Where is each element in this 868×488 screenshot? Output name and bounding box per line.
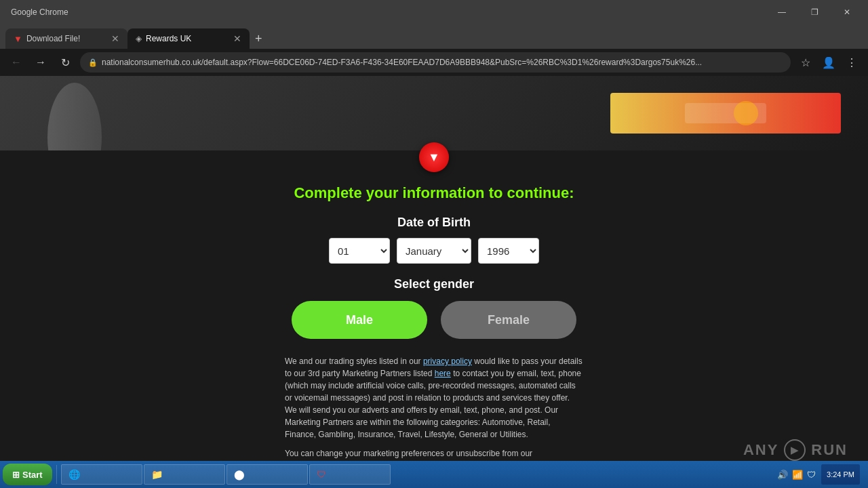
tab-close-2[interactable]: ✕ — [233, 33, 241, 44]
taskbar-right: 🔊 📶 🛡 3:24 PM — [777, 464, 865, 485]
start-icon: ⊞ — [12, 470, 20, 480]
window-controls: — ❐ ✕ — [766, 0, 863, 24]
consent-paragraph-1: We and our trading styles listed in our … — [285, 355, 583, 441]
dob-label: Date of Birth — [329, 216, 539, 230]
tabs-bar: ▼ Download File! ✕ ◈ Rewards UK ✕ + — [0, 24, 868, 49]
back-icon: ← — [11, 56, 22, 68]
explorer-icon: 📁 — [151, 469, 163, 480]
taskbar-item-explorer[interactable]: 📁 — [144, 464, 225, 485]
scroll-arrow[interactable]: ▼ — [419, 142, 449, 172]
ie-icon: 🌐 — [68, 469, 80, 480]
hero-banner — [610, 93, 841, 134]
dob-day-select[interactable]: 01 02 03 04 05 06 07 08 09 10 11 12 13 1… — [329, 238, 390, 264]
taskbar-system-icons: 🔊 📶 🛡 — [777, 470, 816, 480]
hero-background — [0, 76, 868, 150]
menu-button[interactable]: ⋮ — [842, 53, 861, 72]
form-section: Complete your information to continue: D… — [0, 150, 868, 488]
refresh-button[interactable]: ↻ — [56, 53, 75, 72]
security-icon[interactable]: 🛡 — [807, 470, 816, 480]
taskbar-item-ie[interactable]: 🌐 — [61, 464, 142, 485]
tab-label-1: Download File! — [26, 34, 80, 43]
tab-rewards-uk[interactable]: ◈ Rewards UK ✕ — [127, 28, 250, 49]
volume-icon[interactable]: 🔊 — [777, 470, 788, 480]
privacy-policy-link[interactable]: privacy policy — [423, 357, 472, 366]
profile-icon: 👤 — [822, 56, 835, 69]
tab-close-1[interactable]: ✕ — [111, 33, 119, 44]
chevron-down-icon: ▼ — [428, 151, 440, 163]
tab-download-file[interactable]: ▼ Download File! ✕ — [5, 28, 127, 49]
banner-svg — [685, 100, 766, 127]
network-icon[interactable]: 📶 — [792, 470, 803, 480]
nav-right-icons: ☆ 👤 ⋮ — [796, 53, 861, 72]
address-bar[interactable]: 🔒 nationalconsumerhub.co.uk/default.aspx… — [80, 52, 791, 73]
minimize-button[interactable]: — — [766, 0, 797, 24]
taskbar-item-chrome[interactable]: ⬤ — [226, 464, 308, 485]
taskbar-item-shield[interactable]: 🛡 — [309, 464, 391, 485]
taskbar: ⊞ Start 🌐 📁 ⬤ 🛡 🔊 📶 🛡 3:24 PM — [0, 461, 868, 488]
new-tab-button[interactable]: + — [250, 28, 268, 49]
lock-icon: 🔒 — [88, 58, 98, 67]
title-bar: Google Chrome — ❐ ✕ — [0, 0, 868, 24]
nav-bar: ← → ↻ 🔒 nationalconsumerhub.co.uk/defaul… — [0, 49, 868, 76]
back-button[interactable]: ← — [7, 53, 26, 72]
shield-icon: 🛡 — [317, 469, 326, 480]
system-tray-clock[interactable]: 3:24 PM — [821, 464, 860, 485]
start-label: Start — [22, 470, 43, 480]
anyrun-text-1: ANY — [743, 441, 778, 459]
menu-icon: ⋮ — [846, 56, 857, 69]
svg-point-1 — [734, 101, 758, 125]
forward-icon: → — [35, 56, 46, 68]
hero-image-area — [0, 76, 868, 150]
close-button[interactable]: ✕ — [831, 0, 863, 24]
gender-section: Select gender Male Female — [292, 277, 576, 339]
page-content: ▼ Complete your information to continue:… — [0, 76, 868, 488]
chrome-icon: ⬤ — [234, 469, 245, 480]
female-button[interactable]: Female — [441, 301, 576, 339]
maximize-button[interactable]: ❐ — [799, 0, 830, 24]
tab-favicon-1: ▼ — [14, 34, 22, 44]
here-link-1[interactable]: here — [435, 369, 451, 378]
dob-month-select[interactable]: January February March April May June Ju… — [397, 238, 471, 264]
form-title: Complete your information to continue: — [294, 184, 574, 202]
bookmark-button[interactable]: ☆ — [796, 53, 815, 72]
dob-selects: 01 02 03 04 05 06 07 08 09 10 11 12 13 1… — [329, 238, 539, 264]
refresh-icon: ↻ — [61, 56, 70, 69]
anyrun-watermark: ANY ▶ RUN — [743, 439, 848, 461]
star-icon: ☆ — [801, 56, 810, 69]
dob-year-select[interactable]: 1990 1991 1992 1993 1994 1995 1996 1997 … — [478, 238, 539, 264]
tab-label-2: Rewards UK — [146, 34, 191, 43]
tab-favicon-2: ◈ — [136, 34, 142, 43]
address-text: nationalconsumerhub.co.uk/default.aspx?F… — [102, 58, 783, 67]
taskbar-divider — [56, 465, 57, 484]
clock-display: 3:24 PM — [827, 470, 854, 479]
window-title: Google Chrome — [5, 7, 766, 17]
gender-label: Select gender — [292, 277, 576, 291]
taskbar-items: 🌐 📁 ⬤ 🛡 — [61, 464, 776, 485]
anyrun-text-2: RUN — [811, 441, 848, 459]
forward-button[interactable]: → — [31, 53, 50, 72]
anyrun-play-icon: ▶ — [784, 439, 806, 461]
start-button[interactable]: ⊞ Start — [3, 464, 52, 485]
male-button[interactable]: Male — [292, 301, 427, 339]
gender-buttons: Male Female — [292, 301, 576, 339]
dob-section: Date of Birth 01 02 03 04 05 06 07 08 09… — [329, 216, 539, 264]
profile-button[interactable]: 👤 — [819, 53, 838, 72]
